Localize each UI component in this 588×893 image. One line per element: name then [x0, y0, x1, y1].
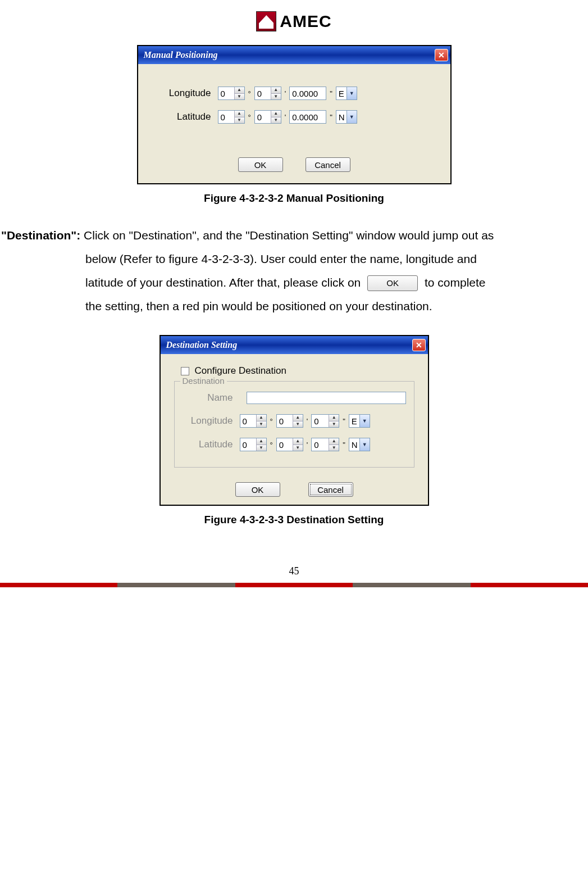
minute-symbol: ' [285, 89, 286, 98]
value: 0.0000 [290, 87, 326, 99]
latitude-row: Latitude 0 ▲ ▼ ° 0 ▲ ▼ ' [155, 110, 434, 124]
up-arrow-icon[interactable]: ▲ [257, 415, 266, 421]
value: E [349, 416, 359, 426]
name-label: Name [183, 392, 233, 404]
longitude-seconds-input[interactable]: 0 ▲ ▼ [311, 414, 339, 428]
dialog-title: Manual Positioning [144, 50, 218, 60]
longitude-row: Longitude 0 ▲ ▼ ° 0 ▲ ▼ [183, 414, 406, 428]
name-input[interactable] [247, 392, 406, 404]
down-arrow-icon[interactable]: ▼ [271, 94, 281, 100]
dialog-title: Destination Setting [166, 340, 238, 350]
document-page: AMEC Manual Positioning ✕ Longitude 0 ▲ … [0, 0, 588, 587]
down-arrow-icon[interactable]: ▼ [271, 117, 281, 124]
longitude-minutes-input[interactable]: 0 ▲ ▼ [276, 414, 303, 428]
longitude-degrees-input[interactable]: 0 ▲ ▼ [240, 414, 267, 428]
up-arrow-icon[interactable]: ▲ [235, 87, 244, 94]
down-arrow-icon[interactable]: ▼ [235, 94, 244, 100]
close-button[interactable]: ✕ [412, 339, 426, 351]
degree-symbol: ° [248, 113, 251, 121]
latitude-seconds-input[interactable]: 0.0000 [289, 110, 326, 124]
down-arrow-icon[interactable]: ▼ [293, 445, 303, 451]
latitude-seconds-input[interactable]: 0 ▲ ▼ [311, 438, 339, 451]
footer-bar-red [471, 583, 588, 587]
close-button[interactable]: ✕ [435, 49, 448, 61]
longitude-minutes-input[interactable]: 0 ▲ ▼ [254, 87, 281, 100]
up-arrow-icon[interactable]: ▲ [293, 438, 303, 445]
second-symbol: " [330, 113, 332, 121]
latitude-minutes-input[interactable]: 0 ▲ ▼ [276, 438, 303, 451]
longitude-direction-select[interactable]: E ▼ [336, 87, 357, 100]
minute-symbol: ' [285, 113, 286, 121]
latitude-direction-select[interactable]: N ▼ [349, 438, 370, 451]
longitude-direction-select[interactable]: E ▼ [349, 414, 370, 428]
spinner[interactable]: ▲ ▼ [234, 87, 244, 99]
spinner[interactable]: ▲ ▼ [293, 438, 303, 451]
chevron-down-icon[interactable]: ▼ [359, 415, 370, 427]
footer-bar-gray [117, 583, 235, 587]
amec-logo: AMEC [256, 11, 331, 31]
longitude-degrees-input[interactable]: 0 ▲ ▼ [218, 87, 245, 100]
value: 0 [312, 438, 329, 451]
down-arrow-icon[interactable]: ▼ [257, 421, 266, 428]
down-arrow-icon[interactable]: ▼ [329, 445, 339, 451]
value: 0 [255, 111, 271, 123]
configure-destination-checkbox[interactable] [181, 367, 189, 375]
configure-destination-row: Configure Destination [181, 365, 417, 377]
degree-symbol: ° [270, 417, 273, 425]
down-arrow-icon[interactable]: ▼ [257, 445, 266, 451]
cancel-button[interactable]: Cancel [306, 157, 350, 172]
button-row: OK Cancel [172, 482, 417, 497]
up-arrow-icon[interactable]: ▲ [271, 111, 281, 117]
ok-button[interactable]: OK [238, 157, 283, 172]
down-arrow-icon[interactable]: ▼ [329, 421, 339, 428]
value: N [336, 112, 347, 122]
paragraph-line4: the setting, then a red pin would be pos… [85, 300, 432, 312]
ok-button[interactable]: OK [235, 482, 280, 497]
spinner[interactable]: ▲ ▼ [271, 87, 281, 99]
latitude-direction-select[interactable]: N ▼ [336, 110, 357, 124]
name-row: Name [183, 392, 406, 404]
spinner[interactable]: ▲ ▼ [234, 111, 244, 123]
spinner[interactable]: ▲ ▼ [256, 438, 266, 451]
cancel-button[interactable]: Cancel [308, 482, 353, 497]
chevron-down-icon[interactable]: ▼ [347, 87, 357, 99]
up-arrow-icon[interactable]: ▲ [235, 111, 244, 117]
spinner[interactable]: ▲ ▼ [256, 415, 266, 427]
dialog-body: Longitude 0 ▲ ▼ ° 0 ▲ ▼ ' [138, 64, 450, 183]
latitude-row: Latitude 0 ▲ ▼ ° 0 ▲ ▼ [183, 438, 406, 451]
chevron-down-icon[interactable]: ▼ [359, 438, 370, 451]
degree-symbol: ° [248, 89, 251, 98]
second-symbol: " [343, 417, 345, 425]
chevron-down-icon[interactable]: ▼ [347, 111, 357, 123]
second-symbol: " [343, 441, 345, 449]
latitude-label: Latitude [155, 111, 211, 123]
up-arrow-icon[interactable]: ▲ [329, 415, 339, 421]
spinner[interactable]: ▲ ▼ [271, 111, 281, 123]
up-arrow-icon[interactable]: ▲ [257, 438, 266, 445]
fieldset-legend: Destination [180, 376, 227, 386]
down-arrow-icon[interactable]: ▼ [293, 421, 303, 428]
value: N [349, 440, 359, 450]
latitude-minutes-input[interactable]: 0 ▲ ▼ [254, 110, 281, 124]
latitude-degrees-input[interactable]: 0 ▲ ▼ [218, 110, 245, 124]
down-arrow-icon[interactable]: ▼ [235, 117, 244, 124]
logo-header: AMEC [0, 6, 588, 45]
value: 0 [218, 111, 234, 123]
spinner[interactable]: ▲ ▼ [329, 415, 339, 427]
longitude-seconds-input[interactable]: 0.0000 [289, 87, 326, 100]
second-symbol: " [330, 89, 332, 98]
minute-symbol: ' [307, 417, 308, 425]
spinner[interactable]: ▲ ▼ [329, 438, 339, 451]
spinner[interactable]: ▲ ▼ [293, 415, 303, 427]
up-arrow-icon[interactable]: ▲ [329, 438, 339, 445]
up-arrow-icon[interactable]: ▲ [271, 87, 281, 94]
up-arrow-icon[interactable]: ▲ [293, 415, 303, 421]
footer-bar-red [0, 583, 117, 587]
latitude-degrees-input[interactable]: 0 ▲ ▼ [240, 438, 267, 451]
value: 0.0000 [290, 111, 326, 123]
value: 0 [240, 415, 256, 427]
paragraph-indented: below (Refer to figure 4-3-2-3-3). User … [1, 247, 587, 318]
inline-ok-button[interactable]: OK [367, 275, 418, 291]
longitude-label: Longitude [155, 88, 211, 99]
paragraph-line1: Click on "Destination", and the "Destina… [84, 229, 494, 242]
